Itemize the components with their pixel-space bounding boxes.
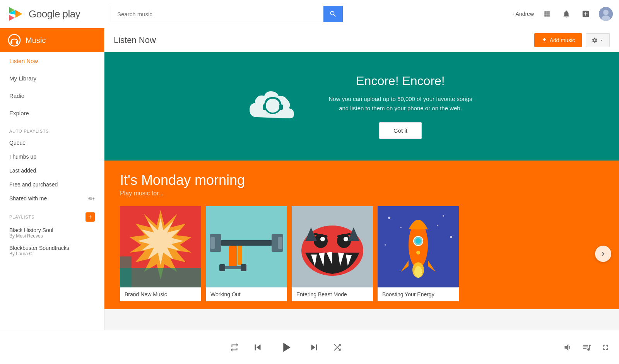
banner-text-area: Encore! Encore! Now you can upload up to…: [323, 74, 478, 139]
chevron-down-icon: [599, 38, 604, 43]
svg-rect-29: [241, 264, 246, 271]
volume-button[interactable]: [563, 342, 573, 352]
svg-marker-3: [15, 10, 22, 18]
svg-point-6: [603, 10, 609, 15]
repeat-button[interactable]: [229, 342, 239, 352]
play-button[interactable]: [276, 337, 296, 357]
queue-icon: [582, 342, 592, 352]
card-label-working-out: Working Out: [206, 287, 287, 301]
card-label-boosting: Boosting Your Energy: [378, 287, 459, 301]
card-image-boosting: [378, 206, 459, 287]
google-play-logo-icon: [6, 5, 25, 23]
card-label-beast-mode: Entering Beast Mode: [292, 287, 373, 301]
logo-area: Google play: [6, 5, 111, 23]
nav-right: +Andrew: [512, 7, 613, 21]
search-input[interactable]: [111, 6, 323, 22]
shuffle-button[interactable]: [332, 342, 342, 352]
add-music-button[interactable]: Add music: [534, 33, 582, 47]
chevron-right-icon: [599, 250, 607, 258]
music-card-beast-mode[interactable]: Entering Beast Mode: [292, 206, 373, 301]
sidebar-item-last-added[interactable]: Last added: [0, 164, 104, 178]
svg-rect-28: [219, 264, 225, 271]
svg-point-46: [388, 217, 390, 219]
sidebar-item-explore[interactable]: Explore: [0, 104, 104, 122]
teal-banner: Encore! Encore! Now you can upload up to…: [104, 52, 619, 161]
orange-section: It's Monday morning Play music for...: [104, 161, 619, 309]
banner-subtitle: Now you can upload up to 50,000 of your …: [323, 94, 478, 113]
card-label-brand-new: Brand New Music: [120, 287, 201, 301]
svg-point-48: [400, 227, 402, 228]
sidebar-item-free-purchased[interactable]: Free and purchased: [0, 178, 104, 191]
music-cards-row: Brand New Music: [120, 206, 604, 301]
main-layout: Music Listen Now My Library Radio Explor…: [0, 28, 619, 330]
play-for-subtitle: Play music for...: [120, 190, 604, 197]
sidebar-item-shared-with-me[interactable]: Shared with me 99+: [0, 191, 104, 205]
repeat-icon: [229, 342, 239, 352]
svg-rect-10: [16, 41, 18, 44]
expand-icon: [601, 343, 610, 352]
music-card-brand-new[interactable]: Brand New Music: [120, 206, 201, 301]
playlists-section: PLAYLISTS +: [0, 205, 104, 224]
skip-next-icon: [308, 342, 320, 353]
skip-previous-icon: [252, 342, 263, 353]
card-image-brand-new: [120, 206, 201, 287]
banner-title: Encore! Encore!: [323, 74, 478, 88]
svg-rect-17: [120, 268, 201, 287]
avatar[interactable]: [599, 7, 613, 21]
gear-icon: [592, 37, 598, 43]
got-it-button[interactable]: Got it: [379, 122, 422, 139]
user-name[interactable]: +Andrew: [512, 11, 534, 17]
expand-button[interactable]: [601, 343, 610, 352]
shared-badge: 99+: [87, 196, 95, 201]
scrollable-content: Encore! Encore! Now you can upload up to…: [104, 52, 619, 330]
next-button[interactable]: [595, 246, 611, 262]
upload-icon: [541, 37, 547, 43]
monday-title: It's Monday morning: [120, 172, 604, 188]
svg-point-58: [414, 266, 422, 278]
settings-button[interactable]: [586, 33, 610, 47]
svg-point-47: [443, 215, 444, 217]
sidebar-item-my-library[interactable]: My Library: [0, 70, 104, 87]
page-title: Listen Now: [114, 35, 156, 45]
content-area: Listen Now Add music: [104, 28, 619, 330]
music-card-working-out[interactable]: Working Out: [206, 206, 287, 301]
sidebar-music-label: Music: [26, 36, 46, 45]
cloud-icon-wrapper: [246, 84, 300, 128]
notification-icon[interactable]: [560, 8, 573, 20]
sidebar-item-radio[interactable]: Radio: [0, 87, 104, 104]
playlist-blockbuster-soundtracks[interactable]: Blockbuster Soundtracks By Laura C: [0, 242, 104, 260]
svg-rect-18: [120, 256, 132, 287]
add-playlist-button[interactable]: +: [85, 212, 95, 222]
search-area: [111, 6, 343, 22]
sidebar-item-thumbs-up[interactable]: Thumbs up: [0, 150, 104, 164]
bottom-player: [0, 330, 619, 364]
headphones-icon: [8, 34, 21, 47]
svg-rect-24: [278, 237, 282, 249]
auto-playlists-section-label: AUTO PLAYLISTS: [0, 122, 104, 136]
shuffle-icon: [332, 342, 342, 352]
volume-icon: [563, 342, 573, 352]
svg-rect-26: [238, 246, 242, 265]
queue-button[interactable]: [582, 342, 592, 352]
add-icon[interactable]: [580, 8, 592, 20]
sidebar-music-header: Music: [0, 28, 104, 52]
svg-point-39: [320, 237, 325, 241]
header-actions: Add music: [534, 33, 610, 47]
svg-point-49: [450, 236, 452, 238]
music-card-boosting[interactable]: Boosting Your Energy: [378, 206, 459, 301]
search-icon: [329, 10, 337, 18]
svg-point-54: [416, 238, 421, 244]
svg-rect-13: [279, 104, 283, 110]
play-icon: [278, 340, 294, 355]
content-header: Listen Now Add music: [104, 28, 619, 52]
svg-point-50: [385, 244, 386, 246]
previous-button[interactable]: [252, 342, 263, 353]
svg-point-40: [344, 237, 348, 241]
grid-icon[interactable]: [541, 8, 553, 20]
sidebar-item-listen-now[interactable]: Listen Now: [0, 52, 104, 70]
playlist-black-history-soul[interactable]: Black History Soul By Mosi Reeves: [0, 224, 104, 242]
next-track-button[interactable]: [308, 342, 320, 353]
search-button[interactable]: [323, 6, 343, 22]
sidebar-item-queue[interactable]: Queue: [0, 136, 104, 150]
svg-rect-23: [210, 237, 215, 249]
